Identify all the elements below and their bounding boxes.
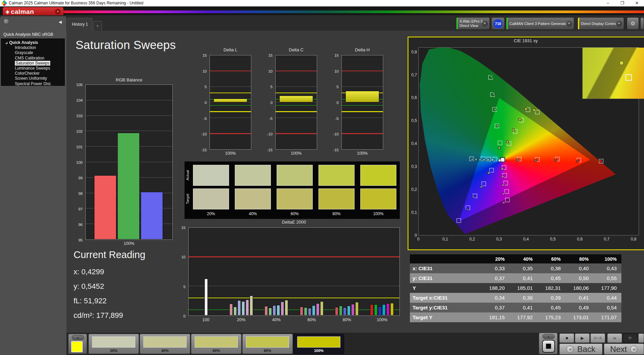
deltae-bar bbox=[277, 305, 280, 315]
pattern-button-20[interactable]: 20% bbox=[88, 334, 139, 354]
red-limit-line bbox=[210, 71, 251, 72]
meter-dropdown[interactable]: X-Rite i1Pro 3 Direct View ▼ bbox=[456, 17, 490, 30]
deltae-bar bbox=[390, 303, 394, 315]
delta-h-x-label: 100% bbox=[341, 151, 383, 156]
play-measure-button[interactable]: ▶ bbox=[575, 333, 590, 343]
measured-point-green bbox=[496, 124, 499, 127]
meter-id-badge[interactable]: 710 bbox=[493, 19, 503, 29]
delta-c-bar bbox=[279, 96, 313, 102]
tab-history-1[interactable]: History 1 bbox=[67, 18, 92, 31]
y-tick-label: 5 bbox=[337, 85, 339, 89]
measured-point-red bbox=[516, 159, 519, 162]
source-status-indicator bbox=[506, 18, 508, 29]
table-cell: 173,01 bbox=[565, 312, 593, 322]
sidebar-item-introduction[interactable]: Introduction bbox=[1, 45, 64, 50]
deltae-bar bbox=[242, 301, 245, 315]
minimize-button[interactable]: – bbox=[603, 0, 613, 6]
pattern-swatch bbox=[92, 336, 135, 348]
rgb-balance-x-label: 100% bbox=[85, 241, 173, 246]
chevron-down-icon[interactable]: ▼ bbox=[55, 9, 61, 15]
x-tick-label: 0,8 bbox=[631, 237, 637, 242]
measured-point-yellow bbox=[512, 129, 515, 132]
window-title: Calman 2025 Calman Ultimate for Business… bbox=[9, 1, 143, 5]
table-cell: 188,20 bbox=[481, 283, 509, 293]
delta-l-bar bbox=[214, 99, 247, 102]
sidebar-item-quick-analysis[interactable]: ◢Quick Analysis bbox=[1, 40, 64, 45]
y-tick-label: 97 bbox=[78, 207, 83, 211]
sidebar-item-label: Grayscale bbox=[15, 50, 33, 55]
table-row-target-y: Target Y181,15177,92175,23173,01171,07 bbox=[410, 312, 621, 322]
repeat-measure-button[interactable]: ⟳ bbox=[623, 333, 638, 343]
current-pattern-swatch bbox=[71, 341, 83, 352]
table-cell: 182,31 bbox=[537, 283, 565, 293]
measured-point-cyan bbox=[491, 158, 494, 161]
source-dropdown[interactable]: CalMAN Client 3 Pattern Generator ▼ bbox=[506, 17, 574, 30]
table-cell: 0,34 bbox=[481, 293, 509, 303]
sidebar-header-bar: ◀ bbox=[0, 16, 66, 31]
continuous-measure-button[interactable]: ∞ bbox=[607, 333, 622, 343]
chevron-down-icon[interactable]: ▼ bbox=[566, 21, 572, 27]
deltae-bar bbox=[269, 308, 272, 315]
stop-pattern-button[interactable] bbox=[542, 340, 555, 353]
grn-limit-line bbox=[210, 105, 251, 106]
measured-point-green bbox=[490, 75, 493, 78]
delta-c-title: Delta C bbox=[275, 47, 317, 52]
app-icon bbox=[1, 0, 7, 6]
next-button[interactable]: Next » bbox=[604, 344, 644, 355]
collapse-sidebar-icon[interactable]: ◀ bbox=[59, 20, 62, 24]
deltae-bar bbox=[237, 300, 241, 315]
chevron-down-icon[interactable]: ▼ bbox=[616, 21, 622, 27]
collapse-up-icon[interactable]: ▲ bbox=[72, 335, 84, 340]
deltae-bar bbox=[355, 302, 359, 315]
x-tick-label: 60% bbox=[294, 318, 330, 322]
table-row-target-x-cie31: Target x:CIE310,340,360,390,410,44 bbox=[410, 293, 621, 303]
settings-button[interactable]: ⚙ bbox=[627, 17, 639, 30]
table-cell: 0,33 bbox=[481, 263, 509, 273]
table-cell: 0,38 bbox=[537, 263, 565, 273]
target-swatch-row bbox=[193, 188, 396, 209]
sidebar-item-screen-uniformity[interactable]: Screen Uniformity bbox=[1, 76, 64, 81]
sidebar-item-label: Spectral Power Dist. bbox=[15, 81, 52, 86]
table-cell: 0,41 bbox=[565, 293, 593, 303]
saturation-swatch-panel: Actual Target 20%40%60%80%100% bbox=[185, 161, 400, 219]
stop-measure-button[interactable]: ■ bbox=[559, 333, 574, 343]
display-control-dropdown[interactable]: Direct Display Control ▼ bbox=[578, 17, 624, 30]
workflow-options-button[interactable] bbox=[3, 19, 9, 24]
pattern-size-button[interactable]: ⊢⊣ bbox=[590, 333, 605, 343]
sidebar-item-spectral-power-dist[interactable]: Spectral Power Dist. bbox=[1, 81, 64, 86]
y-tick-label: -5 bbox=[335, 117, 339, 121]
y-tick-label: 101 bbox=[76, 145, 83, 149]
pattern-swatch bbox=[246, 336, 289, 348]
sidebar-item-colorchecker[interactable]: ColorChecker bbox=[1, 71, 64, 76]
bar-red bbox=[94, 175, 116, 239]
sidebar-item-label: ColorChecker bbox=[15, 71, 39, 76]
pattern-button-60[interactable]: 60% bbox=[191, 334, 242, 354]
chevron-down-icon[interactable]: ▼ bbox=[482, 21, 488, 27]
deltae-bar bbox=[304, 307, 307, 315]
pattern-swatch bbox=[195, 336, 238, 348]
x-tick-label: 40% bbox=[259, 318, 294, 322]
sidebar-item-cms-calibration[interactable]: CMS Calibration bbox=[1, 56, 64, 61]
y-tick-label: 102 bbox=[76, 129, 83, 133]
pattern-button-100[interactable]: 100% bbox=[293, 334, 344, 354]
close-button[interactable]: ✕ bbox=[632, 0, 642, 6]
deltae-group-100 bbox=[189, 228, 224, 315]
y-tick-label: -5 bbox=[203, 117, 207, 121]
restore-button[interactable]: ❐ bbox=[617, 0, 627, 6]
pattern-button-40[interactable]: 40% bbox=[140, 334, 190, 354]
sidebar-item-grayscale[interactable]: Grayscale bbox=[1, 50, 64, 55]
add-tab-button[interactable]: + bbox=[93, 21, 102, 31]
sidebar-item-label: Saturation Sweeps bbox=[15, 61, 50, 66]
collapse-up-icon[interactable]: ▲ bbox=[542, 334, 555, 339]
calman-logo-button[interactable]: ◈ calman ▼ bbox=[3, 7, 63, 16]
deltae-bar bbox=[233, 307, 237, 315]
pattern-button-80[interactable]: 80% bbox=[242, 334, 293, 354]
edge-partial-transport-button[interactable] bbox=[638, 333, 644, 343]
edge-partial-button[interactable] bbox=[640, 17, 644, 30]
y-tick-label: 103 bbox=[76, 114, 83, 118]
table-cell: 0,44 bbox=[593, 293, 621, 303]
reading-y: y: 0,5452 bbox=[74, 282, 104, 291]
sidebar-item-saturation-sweeps[interactable]: Saturation Sweeps bbox=[1, 61, 64, 66]
back-button[interactable]: « Back bbox=[559, 344, 603, 355]
sidebar-item-luminance-sweeps[interactable]: Luminance Sweeps bbox=[1, 66, 64, 71]
